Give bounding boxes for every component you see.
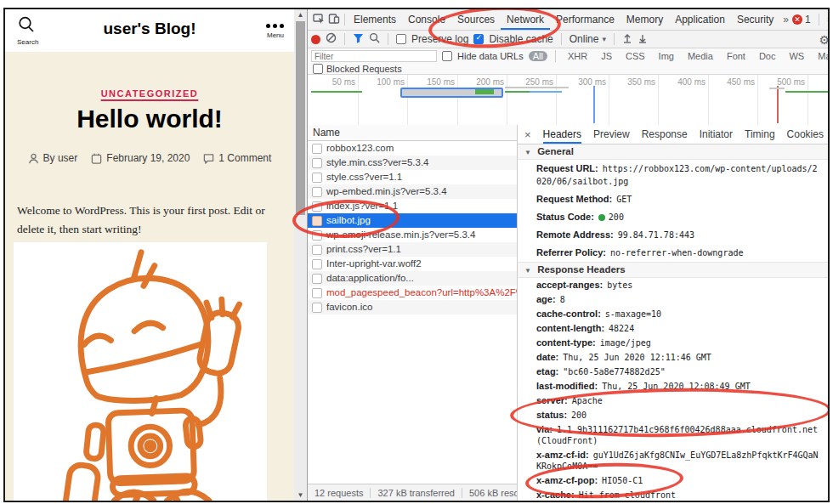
import-har-icon[interactable] xyxy=(622,33,632,46)
tab-security[interactable]: Security xyxy=(731,9,779,30)
overview-bar-green-3 xyxy=(785,91,828,93)
blog-header: Search user's Blog! Menu xyxy=(5,9,294,52)
tick-50ms: 50 ms xyxy=(309,77,355,87)
detail-tab-initiator[interactable]: Initiator xyxy=(700,125,733,144)
request-row[interactable]: wp-emoji-release.min.js?ver=5.3.4 xyxy=(308,228,517,242)
post-date[interactable]: February 19, 2020 xyxy=(91,152,190,164)
tab-performance[interactable]: Performance xyxy=(550,9,620,30)
request-row[interactable]: favicon.ico xyxy=(308,300,517,314)
request-row[interactable]: print.css?ver=1.1 xyxy=(308,242,517,257)
tab-sources[interactable]: Sources xyxy=(451,9,501,30)
scrollbar-thumb[interactable] xyxy=(296,21,305,215)
filter-type-css[interactable]: CSS xyxy=(621,51,649,61)
request-row[interactable]: robbox123.com xyxy=(308,141,517,156)
network-toolbar: Preserve log Disable cache Online ▾ ⚙ xyxy=(308,31,829,48)
detail-tab-headers[interactable]: Headers xyxy=(543,125,581,144)
request-row-selected[interactable]: sailbot.jpg xyxy=(308,213,517,228)
devtools-tabbar: Elements Console Sources Network Perform… xyxy=(308,9,829,31)
throttling-dropdown[interactable]: Online ▾ xyxy=(570,33,606,45)
filter-type-ws[interactable]: WS xyxy=(785,51,808,61)
blocked-requests-checkbox[interactable] xyxy=(313,64,323,74)
search-label: Search xyxy=(17,38,51,46)
request-row-error[interactable]: mod_pagespeed_beacon?url=http%3A%2F%2Fro… xyxy=(308,286,517,300)
general-section-header[interactable]: ▼ General xyxy=(518,144,829,160)
search-network-icon[interactable] xyxy=(369,32,380,46)
filter-type-xhr[interactable]: XHR xyxy=(564,51,592,61)
preserve-log-checkbox[interactable] xyxy=(396,34,406,44)
request-list: robbox123.com style.min.css?ver=5.3.4 st… xyxy=(308,141,517,314)
screenshot: Search user's Blog! Menu UNCATEGORIZED H… xyxy=(0,0,833,504)
error-badge[interactable]: ✕ 1 xyxy=(792,14,811,25)
detail-tab-preview[interactable]: Preview xyxy=(593,125,630,144)
blog-scrollbar[interactable]: ▲ ▼ xyxy=(294,9,307,501)
request-row[interactable]: index.js?ver=1.1 xyxy=(308,199,517,213)
close-detail-icon[interactable]: × xyxy=(524,128,531,141)
filter-input[interactable] xyxy=(311,50,437,62)
filter-type-doc[interactable]: Doc xyxy=(755,51,780,61)
network-main: Name robbox123.com style.min.css?ver=5.3… xyxy=(308,125,829,501)
file-icon xyxy=(312,201,322,212)
scroll-up-icon[interactable]: ▲ xyxy=(294,9,307,20)
filter-type-manifest[interactable]: Manifest xyxy=(813,51,830,61)
detail-tabbar: × Headers Preview Response Initiator Tim… xyxy=(518,125,829,144)
detail-tab-timing[interactable]: Timing xyxy=(745,125,775,144)
request-row[interactable]: data:application/fo... xyxy=(308,271,517,286)
network-settings-gear-icon[interactable]: ⚙ xyxy=(819,33,830,47)
triangle-down-icon: ▼ xyxy=(524,149,531,156)
header-value: no-referrer-when-downgrade xyxy=(610,248,744,258)
calendar-icon xyxy=(91,153,102,164)
filter-type-font[interactable]: Font xyxy=(722,51,750,61)
site-title[interactable]: user's Blog! xyxy=(5,20,294,38)
name-column-header[interactable]: Name xyxy=(308,125,517,141)
file-icon xyxy=(312,259,322,269)
response-headers-section-header[interactable]: ▼ Response Headers xyxy=(518,262,829,278)
detail-tab-cookies[interactable]: Cookies xyxy=(787,125,824,144)
more-tabs-icon[interactable]: » xyxy=(779,14,792,25)
tab-application[interactable]: Application xyxy=(669,9,731,30)
request-row[interactable]: wp-embed.min.js?ver=5.3.4 xyxy=(308,184,517,199)
request-row[interactable]: Inter-upright-var.woff2 xyxy=(308,257,517,271)
request-row[interactable]: style.css?ver=1.1 xyxy=(308,170,517,184)
settings-gear-icon[interactable]: ⚙ xyxy=(827,13,830,26)
post-comments[interactable]: 1 Comment xyxy=(203,152,271,164)
network-overview[interactable]: 50 ms 100 ms 150 ms 200 ms 250 ms 300 ms… xyxy=(308,75,829,126)
post-author[interactable]: By user xyxy=(28,152,78,164)
tab-console[interactable]: Console xyxy=(402,9,451,30)
tab-elements[interactable]: Elements xyxy=(348,9,402,30)
filter-type-all[interactable]: All xyxy=(529,51,547,61)
disable-cache-checkbox[interactable] xyxy=(473,34,484,44)
hide-data-urls-label: Hide data URLs xyxy=(457,51,524,61)
request-count: 12 requests xyxy=(308,488,371,498)
header-key: Referrer Policy: xyxy=(536,247,606,258)
browser-frame: Search user's Blog! Menu UNCATEGORIZED H… xyxy=(3,8,830,502)
menu-button[interactable]: Menu xyxy=(266,20,284,39)
file-icon xyxy=(312,288,322,298)
record-icon[interactable] xyxy=(311,35,320,44)
filter-type-js[interactable]: JS xyxy=(597,51,616,61)
clear-icon[interactable] xyxy=(326,32,337,46)
scroll-down-icon[interactable]: ▼ xyxy=(294,490,307,501)
tab-memory[interactable]: Memory xyxy=(620,9,669,30)
file-icon xyxy=(312,230,322,241)
post-image-robot xyxy=(14,242,267,501)
device-toolbar-icon[interactable] xyxy=(328,13,340,27)
hide-data-urls-checkbox[interactable] xyxy=(442,51,452,61)
header-value: 99.84.71.78:443 xyxy=(618,230,694,240)
post-category-link[interactable]: UNCATEGORIZED xyxy=(5,88,294,99)
tab-network[interactable]: Network xyxy=(501,9,550,30)
filter-funnel-icon[interactable] xyxy=(353,33,364,46)
inspect-element-icon[interactable] xyxy=(313,13,325,27)
filter-type-media[interactable]: Media xyxy=(683,51,717,61)
detail-tab-response[interactable]: Response xyxy=(642,125,688,144)
filter-type-img[interactable]: Img xyxy=(654,51,678,61)
error-icon: ✕ xyxy=(792,14,802,25)
request-detail-pane: × Headers Preview Response Initiator Tim… xyxy=(518,125,829,501)
request-row[interactable]: style.min.css?ver=5.3.4 xyxy=(308,156,517,170)
overview-bar-green-1 xyxy=(311,91,362,93)
export-har-icon[interactable] xyxy=(638,33,648,46)
menu-dots-icon xyxy=(266,20,284,28)
file-icon xyxy=(312,274,322,284)
tick-250ms: 250 ms xyxy=(507,77,553,87)
overview-load-line xyxy=(777,86,779,123)
tick-150ms: 150 ms xyxy=(409,77,455,87)
